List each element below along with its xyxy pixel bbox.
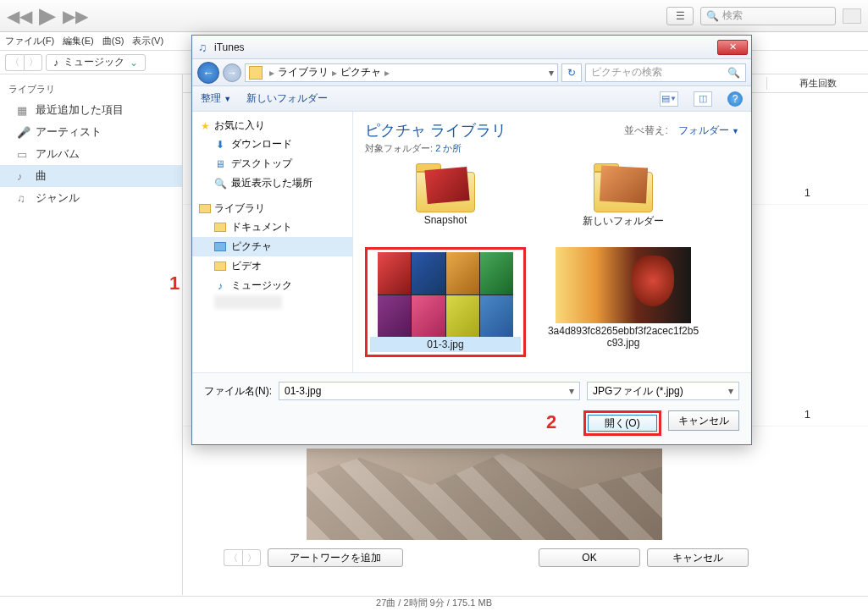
- nav-forward-button[interactable]: →: [223, 63, 241, 82]
- sidebar-group-libraries[interactable]: ライブラリ: [192, 200, 352, 217]
- artwork-prev-button[interactable]: 〈: [224, 549, 242, 566]
- library-subtitle: 対象フォルダー: 2 か所: [365, 142, 739, 155]
- search-icon: 🔍: [727, 67, 740, 79]
- library-selector-label: ミュージック: [64, 55, 124, 69]
- nav-back-button[interactable]: 〈: [5, 54, 24, 71]
- list-view-button[interactable]: ☰: [666, 7, 694, 25]
- sidebar-group-label: お気に入り: [214, 118, 265, 133]
- chevron-right-icon: ▸: [332, 67, 337, 79]
- sort-control[interactable]: 並べ替え: フォルダー ▼: [624, 124, 739, 138]
- folder-icon: [249, 66, 263, 80]
- sidebar-item-label: アーティスト: [36, 124, 102, 140]
- chevron-right-icon: ▸: [384, 67, 390, 79]
- file-item-folder[interactable]: 新しいフォルダー: [543, 162, 704, 230]
- artwork-next-button[interactable]: 〉: [242, 549, 261, 566]
- organize-menu[interactable]: 整理 ▼: [201, 91, 231, 106]
- menu-file[interactable]: ファイル(F): [5, 35, 54, 47]
- sidebar-item-label: ドキュメント: [231, 220, 292, 234]
- itunes-sidebar: ライブラリ ▦最近追加した項目 🎤アーティスト ▭アルバム ♪曲 ♫ジャンル: [0, 74, 183, 595]
- menu-song[interactable]: 曲(S): [102, 35, 124, 47]
- open-button-label: 開く(O): [588, 415, 657, 432]
- open-button[interactable]: 開く(O): [583, 410, 661, 436]
- add-artwork-button[interactable]: アートワークを追加: [268, 548, 403, 567]
- folder-icon: [214, 242, 226, 251]
- annotation-callout-1: 1: [169, 272, 180, 294]
- sidebar-item-music[interactable]: ♪ミュージック: [192, 276, 352, 295]
- filename-value: 01-3.jpg: [285, 385, 321, 397]
- ok-button[interactable]: OK: [539, 548, 640, 567]
- music-note-icon: ♪: [53, 57, 58, 69]
- artwork-panel: 〈 〉 アートワークを追加 OK キャンセル: [224, 449, 749, 567]
- refresh-button[interactable]: ↻: [561, 63, 582, 82]
- itunes-icon: ♫: [196, 41, 209, 54]
- window-minimize-button[interactable]: [843, 8, 861, 24]
- sidebar-item-label: アルバム: [36, 146, 80, 162]
- sidebar-item-documents[interactable]: ドキュメント: [192, 217, 352, 237]
- subfolder-link[interactable]: 2 か所: [435, 143, 462, 153]
- nav-back-button[interactable]: ←: [197, 62, 219, 84]
- sidebar-item-label: ビデオ: [231, 259, 262, 273]
- sidebar-group-favorites[interactable]: ★お気に入り: [192, 117, 352, 135]
- library-selector[interactable]: ♪ ミュージック ⌄: [46, 54, 146, 71]
- cancel-button[interactable]: キャンセル: [668, 410, 739, 431]
- dialog-toolbar: 整理 ▼ 新しいフォルダー ▤ ▼ ◫ ?: [192, 86, 751, 112]
- sidebar-item-label: デスクトップ: [231, 157, 292, 171]
- sidebar-item-recent[interactable]: 🔍最近表示した場所: [192, 173, 352, 193]
- genre-icon: ♫: [17, 192, 29, 204]
- file-item-folder[interactable]: Snapshot: [365, 162, 526, 230]
- breadcrumb-item[interactable]: ライブラリ: [278, 65, 329, 80]
- dialog-footer: ファイル名(N): 01-3.jpg▾ JPGファイル (*.jpg)▾ 開く(…: [192, 372, 751, 444]
- sidebar-item-artists[interactable]: 🎤アーティスト: [0, 121, 182, 143]
- image-thumbnail: [556, 247, 691, 323]
- annotation-callout-2: 2: [546, 411, 556, 433]
- column-header-plays[interactable]: 再生回数: [766, 77, 868, 90]
- sidebar-item-downloads[interactable]: ⬇ダウンロード: [192, 135, 352, 154]
- sidebar-item-label: 最近追加した項目: [36, 102, 124, 118]
- play-icon[interactable]: ▶: [39, 3, 56, 29]
- sidebar-item-genres[interactable]: ♫ジャンル: [0, 187, 182, 209]
- dialog-search-input[interactable]: ピクチャの検索 🔍: [585, 63, 746, 82]
- file-label: 01-3.jpg: [370, 337, 521, 352]
- nav-forward-button[interactable]: 〉: [24, 54, 42, 71]
- filename-input[interactable]: 01-3.jpg▾: [279, 382, 580, 400]
- sidebar-item-videos[interactable]: ビデオ: [192, 256, 352, 276]
- chevron-down-icon: ▼: [224, 95, 231, 103]
- sidebar-item-albums[interactable]: ▭アルバム: [0, 143, 182, 165]
- breadcrumb[interactable]: ▸ ライブラリ ▸ ピクチャ ▸ ▾: [245, 63, 558, 82]
- sidebar-item-pictures[interactable]: ピクチャ: [192, 237, 352, 256]
- sidebar-item-label: ミュージック: [231, 278, 292, 293]
- sidebar-item-label: ジャンル: [36, 190, 80, 206]
- filetype-filter[interactable]: JPGファイル (*.jpg)▾: [587, 382, 739, 400]
- star-icon: ★: [199, 120, 211, 132]
- sidebar-item-songs[interactable]: ♪曲: [0, 165, 182, 187]
- dialog-title: iTunes: [214, 41, 717, 53]
- view-mode-button[interactable]: ▤ ▼: [660, 91, 678, 107]
- sidebar-item-label: ダウンロード: [231, 137, 292, 151]
- filter-label: JPGファイル (*.jpg): [593, 384, 683, 399]
- file-item-image[interactable]: 3a4d893fc8265ebbf3f2acec1f2b5c93.jpg: [543, 247, 704, 357]
- filename-label: ファイル名(N):: [204, 384, 272, 399]
- close-button[interactable]: ✕: [717, 40, 748, 55]
- new-folder-button[interactable]: 新しいフォルダー: [246, 91, 328, 106]
- sidebar-item-desktop[interactable]: 🖥デスクトップ: [192, 154, 352, 173]
- menu-edit[interactable]: 編集(E): [63, 35, 94, 47]
- chevron-down-icon[interactable]: ▾: [569, 385, 574, 397]
- search-input[interactable]: 🔍 検索: [700, 7, 836, 25]
- chevron-down-icon[interactable]: ▾: [549, 67, 554, 79]
- desktop-icon: 🖥: [214, 158, 226, 170]
- menu-view[interactable]: 表示(V): [132, 35, 163, 47]
- breadcrumb-item[interactable]: ピクチャ: [340, 65, 381, 80]
- file-item-image[interactable]: 01-3.jpg: [365, 247, 526, 357]
- prev-track-icon[interactable]: ◀◀: [7, 6, 32, 26]
- cancel-button[interactable]: キャンセル: [647, 548, 749, 567]
- file-open-dialog: ♫ iTunes ✕ ← → ▸ ライブラリ ▸ ピクチャ ▸ ▾ ↻ ピクチャ…: [191, 35, 752, 445]
- song-icon: ♪: [17, 170, 29, 182]
- sidebar-item-recent[interactable]: ▦最近追加した項目: [0, 99, 182, 121]
- folder-icon: [214, 261, 226, 271]
- next-track-icon[interactable]: ▶▶: [63, 6, 88, 26]
- sidebar-header: ライブラリ: [0, 81, 182, 99]
- preview-pane-button[interactable]: ◫: [694, 91, 712, 107]
- help-button[interactable]: ?: [727, 91, 743, 107]
- refresh-icon: ↻: [567, 67, 576, 79]
- sidebar-item-label: ピクチャ: [231, 239, 272, 254]
